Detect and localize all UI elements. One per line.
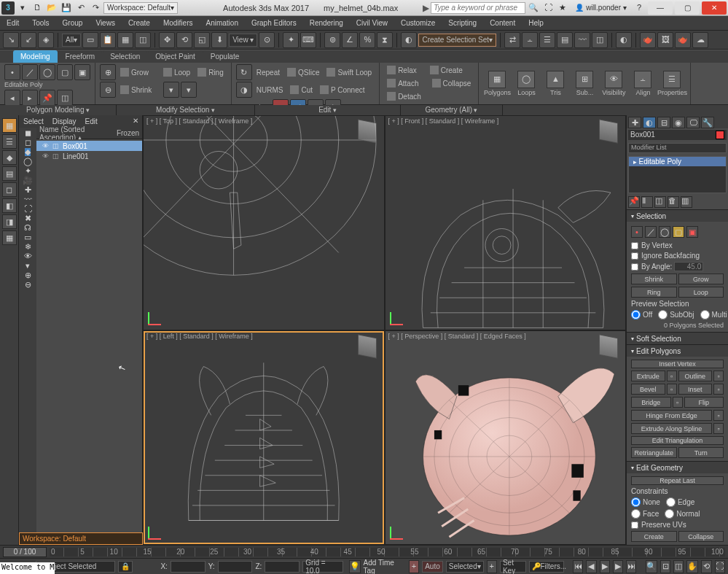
loop-button[interactable]: Loop — [160, 66, 193, 78]
visibility-icon[interactable]: 👁 — [42, 152, 50, 160]
constr-normal-radio[interactable]: Normal — [665, 509, 700, 519]
user-menu[interactable]: 👤will.ponder ▾ — [571, 4, 631, 12]
menu-rendering[interactable]: Rendering — [303, 16, 350, 31]
scale-icon[interactable]: ◱ — [194, 32, 210, 48]
next-mod-icon[interactable]: ▸ — [22, 90, 38, 106]
key-filters-button[interactable]: 🔑 Filters... — [529, 561, 564, 573]
helpers-filter-icon[interactable]: ✚ — [25, 186, 31, 194]
containers-icon[interactable]: ▭ — [24, 233, 31, 241]
ring-button[interactable]: Ring — [195, 66, 227, 78]
manipulate-icon[interactable]: ✦ — [283, 32, 299, 48]
hidden-toggle-icon[interactable]: 👁 — [24, 252, 32, 260]
close-button[interactable]: ✕ — [702, 1, 727, 15]
frozen-toggle-icon[interactable]: ❄ — [25, 243, 31, 251]
ribbon-tab-populate[interactable]: Populate — [203, 50, 246, 63]
ribbon-tab-freeform[interactable]: Freeform — [58, 50, 103, 63]
geometry-filter-icon[interactable]: ◆ — [25, 148, 31, 156]
viewport-left[interactable]: [ + ] [ Left ] [ Standard ] [ Wireframe … — [144, 331, 384, 545]
detach-button[interactable]: Detach — [384, 90, 424, 102]
grow-sel-button[interactable]: Grow — [678, 274, 724, 284]
set-key-button[interactable]: Set Key — [500, 561, 526, 573]
percent-snap-icon[interactable]: % — [359, 32, 375, 48]
rollout-header[interactable]: Selection — [627, 210, 728, 222]
menu-create[interactable]: Create — [122, 16, 157, 31]
bridge-button[interactable]: Bridge — [631, 397, 671, 408]
schematic-icon[interactable]: ◫ — [592, 32, 608, 48]
key-target-dropdown[interactable]: Selected ▾ — [446, 561, 484, 573]
vertex-mode-icon[interactable]: • — [4, 64, 20, 80]
ribbon-tab-object-paint[interactable]: Object Paint — [148, 50, 202, 63]
edit-tri-button[interactable]: Edit Triangulation — [631, 436, 724, 445]
inset-button[interactable]: Inset — [678, 384, 713, 395]
ribbon-toggle-icon[interactable]: ▤ — [557, 32, 573, 48]
ribbon-big-tris[interactable]: ▲Tris — [541, 64, 569, 102]
pconnect-button[interactable]: P Connect — [317, 84, 368, 96]
undo-icon[interactable]: ↶ — [74, 1, 87, 15]
select-link-icon[interactable]: ↘ — [3, 32, 19, 48]
constr-face-radio[interactable]: Face — [631, 509, 659, 519]
goto-end-icon[interactable]: ⏭ — [626, 560, 636, 573]
axis-toggle-icon[interactable]: ◐ — [401, 32, 417, 48]
preserve-uvs-checkbox[interactable]: Preserve UVs — [631, 521, 724, 529]
bridge-settings-icon[interactable]: ▫ — [673, 397, 683, 408]
keyboard-icon[interactable]: ⌨ — [300, 32, 316, 48]
collapse-tree-icon[interactable]: ⊖ — [25, 281, 31, 289]
layer-explorer-icon[interactable]: ☰ — [2, 134, 17, 149]
open-icon[interactable]: 📂 — [45, 1, 58, 15]
constr-edge-radio[interactable]: Edge — [666, 497, 694, 507]
ignore-backfacing-checkbox[interactable]: Ignore Backfacing — [631, 252, 724, 260]
retriangulate-button[interactable]: Retriangulate — [631, 447, 677, 458]
object-color-swatch[interactable] — [716, 131, 724, 139]
x-coord-field[interactable] — [171, 561, 206, 573]
lights-filter-icon[interactable]: ✦ — [25, 167, 31, 175]
exspline-settings-icon[interactable]: ▫ — [713, 423, 724, 434]
poly-subobj-icon[interactable]: ▢ — [673, 226, 684, 238]
help-icon[interactable]: ? — [633, 1, 646, 15]
scene-item[interactable]: 👁◫Box001 — [36, 141, 142, 151]
crease-explorer-icon[interactable]: ◆ — [2, 150, 17, 165]
select-object-icon[interactable]: ▭ — [82, 32, 98, 48]
display-all-icon[interactable]: ◼ — [25, 129, 31, 137]
time-slider[interactable]: 0 / 100 05101520253035404550556065707580… — [0, 545, 728, 558]
move-icon[interactable]: ✥ — [159, 32, 175, 48]
scene-tree[interactable]: 👁◫Box001👁◫Line001 — [36, 139, 142, 532]
make-unique-icon[interactable]: ◫ — [654, 196, 666, 208]
hinge-settings-icon[interactable]: ▫ — [713, 410, 724, 421]
lock-selection-icon[interactable]: 🔒 — [118, 561, 133, 573]
visibility-icon[interactable]: 👁 — [42, 142, 50, 150]
menu-content[interactable]: Content — [483, 16, 522, 31]
select-name-icon[interactable]: 📋 — [100, 32, 116, 48]
viewport-label[interactable]: [ + ] [ Top ] [ Standard ] [ Wireframe ] — [146, 117, 252, 125]
menu-animation[interactable]: Animation — [199, 16, 244, 31]
app-logo[interactable]: 3 — [1, 1, 15, 15]
render-frame-icon[interactable]: 🖼 — [657, 32, 673, 48]
ribbon-big-align[interactable]: ⫠Align — [629, 64, 657, 102]
close-icon[interactable]: ✕ — [129, 115, 142, 128]
menu-modifiers[interactable]: Modifiers — [157, 16, 200, 31]
new-icon[interactable]: 🗋 — [31, 1, 44, 15]
element-subobj-icon[interactable]: ▣ — [686, 226, 698, 238]
extrude-button[interactable]: Extrude — [631, 371, 665, 381]
bind-icon[interactable]: ◈ — [38, 32, 54, 48]
add-time-tag[interactable]: Add Time Tag — [364, 559, 398, 575]
modify-tab-icon[interactable]: ◐ — [643, 117, 656, 128]
constr-none-radio[interactable]: None — [631, 497, 660, 507]
menu-customize[interactable]: Customize — [394, 16, 442, 31]
y-coord-field[interactable] — [218, 561, 253, 573]
border-mode-icon[interactable]: ◯ — [39, 64, 55, 80]
menu-help[interactable]: Help — [522, 16, 550, 31]
edge-subobj-icon[interactable]: ／ — [645, 226, 657, 238]
spinner-snap-icon[interactable]: ⧗ — [377, 32, 393, 48]
minimize-button[interactable]: — — [648, 1, 673, 15]
set-key-plus-icon[interactable]: + — [409, 560, 419, 573]
display-none-icon[interactable]: ◻ — [25, 139, 31, 147]
select-region-icon[interactable]: ▦ — [117, 32, 133, 48]
warps-filter-icon[interactable]: 〰 — [24, 195, 32, 203]
hierarchy-tab-icon[interactable]: ⊟ — [657, 117, 670, 128]
vp-layout-1-icon[interactable]: ◻ — [2, 182, 17, 197]
loop-sel-button[interactable]: Loop — [678, 287, 724, 298]
search-icon[interactable]: 🔍 — [527, 1, 540, 15]
xref-filter-icon[interactable]: ✖ — [25, 214, 31, 222]
modifier-list-dropdown[interactable]: Modifier List — [628, 143, 727, 153]
align-icon[interactable]: ⫠ — [522, 32, 538, 48]
